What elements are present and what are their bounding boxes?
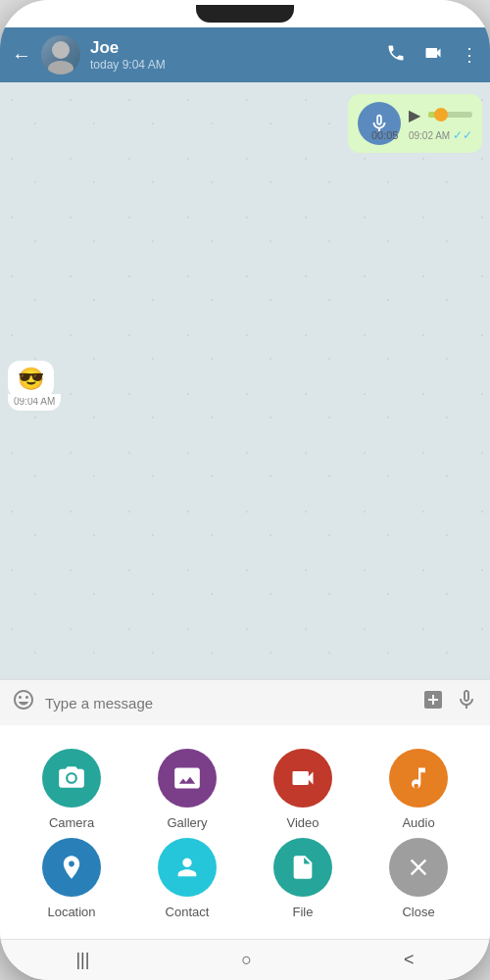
video-call-button[interactable] bbox=[423, 43, 443, 68]
recents-nav-button[interactable]: ||| bbox=[75, 950, 89, 970]
call-button[interactable] bbox=[386, 43, 406, 68]
mic-button[interactable] bbox=[455, 688, 478, 717]
emoji-message-bubble: 😎 bbox=[8, 361, 54, 398]
attach-location-item[interactable]: Location bbox=[16, 838, 127, 919]
attach-close-item[interactable]: Close bbox=[363, 838, 474, 919]
file-label: File bbox=[293, 905, 314, 919]
chat-header: ← Joe today 9:04 AM bbox=[0, 27, 490, 82]
more-options-button[interactable]: ⋮ bbox=[461, 44, 478, 66]
camera-label: Camera bbox=[49, 815, 94, 830]
svg-point-0 bbox=[52, 41, 70, 59]
avatar-image bbox=[41, 35, 80, 74]
contact-name: Joe bbox=[90, 38, 376, 58]
bottom-navigation: ||| ○ < bbox=[0, 939, 490, 980]
header-actions: ⋮ bbox=[386, 43, 478, 68]
play-button[interactable]: ▶ bbox=[409, 106, 420, 124]
close-label: Close bbox=[402, 905, 434, 919]
svg-point-1 bbox=[48, 61, 74, 74]
attach-video-item[interactable]: Video bbox=[247, 749, 359, 830]
contact-icon-circle bbox=[158, 838, 217, 897]
back-nav-button[interactable]: < bbox=[404, 950, 415, 970]
emoji-content: 😎 bbox=[18, 367, 44, 392]
emoji-picker-button[interactable] bbox=[12, 688, 35, 717]
attach-button[interactable] bbox=[421, 688, 445, 717]
attach-contact-item[interactable]: Contact bbox=[131, 838, 243, 919]
camera-icon-circle bbox=[42, 749, 101, 808]
back-button[interactable]: ← bbox=[12, 44, 31, 67]
file-icon-circle bbox=[273, 838, 332, 897]
home-nav-button[interactable]: ○ bbox=[241, 950, 252, 970]
contact-label: Contact bbox=[166, 905, 210, 919]
attach-camera-item[interactable]: Camera bbox=[16, 749, 127, 830]
chat-background bbox=[0, 82, 490, 679]
read-receipt: ✓✓ bbox=[453, 128, 472, 142]
voice-controls[interactable]: ▶ 09:02 AM ✓✓ bbox=[409, 106, 472, 142]
waveform-thumb bbox=[434, 108, 448, 122]
audio-label: Audio bbox=[402, 815, 434, 830]
notch-bar bbox=[0, 0, 490, 27]
gallery-icon-circle bbox=[158, 749, 217, 808]
message-input-bar bbox=[0, 679, 490, 725]
message-input[interactable] bbox=[45, 695, 412, 711]
contact-info: Joe today 9:04 AM bbox=[90, 38, 376, 72]
notch bbox=[196, 5, 294, 23]
location-icon-circle bbox=[42, 838, 101, 897]
avatar bbox=[41, 35, 80, 74]
location-label: Location bbox=[47, 905, 95, 919]
chat-area: 00:05 ▶ 09:02 AM ✓✓ bbox=[0, 82, 490, 679]
attach-gallery-item[interactable]: Gallery bbox=[131, 749, 243, 830]
attach-file-item[interactable]: File bbox=[247, 838, 359, 919]
video-icon-circle bbox=[273, 749, 332, 808]
voice-duration: 00:05 bbox=[371, 129, 399, 141]
video-label: Video bbox=[286, 815, 318, 830]
contact-status: today 9:04 AM bbox=[90, 58, 376, 72]
attach-audio-item[interactable]: Audio bbox=[363, 749, 474, 830]
voice-timestamp: 09:02 AM ✓✓ bbox=[409, 128, 472, 142]
voice-message-bubble: 00:05 ▶ 09:02 AM ✓✓ bbox=[348, 94, 482, 153]
phone-frame: ← Joe today 9:04 AM bbox=[0, 0, 490, 980]
waveform[interactable] bbox=[428, 112, 472, 118]
attachment-panel: Camera Gallery Video Audio bbox=[0, 725, 490, 939]
gallery-label: Gallery bbox=[167, 815, 207, 830]
close-icon-circle bbox=[389, 838, 448, 897]
audio-icon-circle bbox=[389, 749, 448, 808]
